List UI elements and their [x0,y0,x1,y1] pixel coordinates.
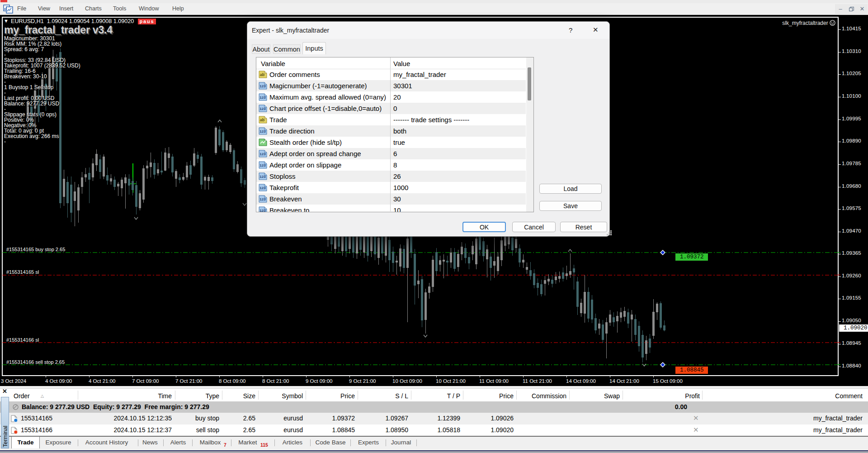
svg-text:123: 123 [259,95,266,100]
svg-text:123: 123 [259,175,266,179]
svg-text:123: 123 [259,209,266,212]
svg-text:123: 123 [259,84,266,88]
svg-text:ab: ab [260,72,265,77]
svg-text:123: 123 [259,152,266,156]
svg-text:ab: ab [260,118,265,122]
svg-text:123: 123 [259,197,266,201]
svg-text:123: 123 [259,107,266,111]
svg-text:123: 123 [259,163,266,167]
svg-text:123: 123 [259,129,266,134]
svg-text:123: 123 [259,186,266,190]
